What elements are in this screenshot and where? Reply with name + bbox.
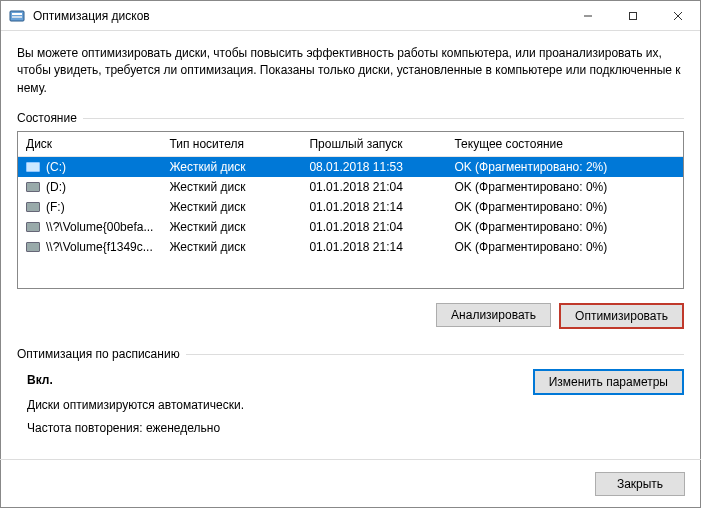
svg-rect-1	[12, 13, 22, 15]
table-row[interactable]: \\?\Volume{00befa...Жесткий диск01.01.20…	[18, 217, 683, 237]
footer: Закрыть	[0, 459, 701, 508]
disk-name: (C:)	[46, 160, 66, 174]
schedule-line2: Частота повторения: еженедельно	[27, 417, 244, 440]
minimize-button[interactable]	[565, 1, 610, 31]
svg-rect-4	[629, 12, 636, 19]
disk-name: (D:)	[46, 180, 66, 194]
close-dialog-button[interactable]: Закрыть	[595, 472, 685, 496]
change-settings-button[interactable]: Изменить параметры	[533, 369, 684, 395]
disk-name: \\?\Volume{00befa...	[46, 220, 153, 234]
disk-list[interactable]: Диск Тип носителя Прошлый запуск Текущее…	[17, 131, 684, 289]
disk-status: OK (Фрагментировано: 2%)	[446, 157, 683, 178]
col-header-status[interactable]: Текущее состояние	[446, 132, 683, 157]
col-header-lastrun[interactable]: Прошлый запуск	[301, 132, 446, 157]
optimize-button[interactable]: Оптимизировать	[559, 303, 684, 329]
svg-rect-2	[12, 16, 22, 18]
state-section-label: Состояние	[17, 111, 684, 125]
disk-lastrun: 01.01.2018 21:04	[301, 217, 446, 237]
disk-name: (F:)	[46, 200, 65, 214]
maximize-button[interactable]	[610, 1, 655, 31]
table-row[interactable]: (F:)Жесткий диск01.01.2018 21:14OK (Фраг…	[18, 197, 683, 217]
table-row[interactable]: (C:)Жесткий диск08.01.2018 11:53OK (Фраг…	[18, 157, 683, 178]
schedule-on: Вкл.	[27, 369, 244, 392]
disk-status: OK (Фрагментировано: 0%)	[446, 177, 683, 197]
window-title: Оптимизация дисков	[33, 9, 565, 23]
disk-media: Жесткий диск	[161, 237, 301, 257]
disk-status: OK (Фрагментировано: 0%)	[446, 237, 683, 257]
state-label-text: Состояние	[17, 111, 77, 125]
disk-media: Жесткий диск	[161, 217, 301, 237]
close-button[interactable]	[655, 1, 700, 31]
schedule-section-label: Оптимизация по расписанию	[17, 347, 684, 361]
divider	[186, 354, 684, 355]
drive-icon	[26, 182, 40, 192]
schedule-label-text: Оптимизация по расписанию	[17, 347, 180, 361]
app-icon	[9, 8, 25, 24]
table-row[interactable]: \\?\Volume{f1349c...Жесткий диск01.01.20…	[18, 237, 683, 257]
disk-name: \\?\Volume{f1349c...	[46, 240, 153, 254]
disk-lastrun: 01.01.2018 21:04	[301, 177, 446, 197]
drive-icon	[26, 202, 40, 212]
drive-icon	[26, 162, 40, 172]
disk-status: OK (Фрагментировано: 0%)	[446, 217, 683, 237]
disk-media: Жесткий диск	[161, 197, 301, 217]
col-header-disk[interactable]: Диск	[18, 132, 161, 157]
drive-icon	[26, 242, 40, 252]
schedule-line1: Диски оптимизируются автоматически.	[27, 394, 244, 417]
description-text: Вы можете оптимизировать диски, чтобы по…	[17, 45, 684, 97]
disk-media: Жесткий диск	[161, 177, 301, 197]
disk-media: Жесткий диск	[161, 157, 301, 178]
drive-icon	[26, 222, 40, 232]
disk-lastrun: 08.01.2018 11:53	[301, 157, 446, 178]
disk-status: OK (Фрагментировано: 0%)	[446, 197, 683, 217]
disk-lastrun: 01.01.2018 21:14	[301, 197, 446, 217]
analyze-button[interactable]: Анализировать	[436, 303, 551, 327]
table-row[interactable]: (D:)Жесткий диск01.01.2018 21:04OK (Фраг…	[18, 177, 683, 197]
divider	[83, 118, 684, 119]
col-header-media[interactable]: Тип носителя	[161, 132, 301, 157]
disk-lastrun: 01.01.2018 21:14	[301, 237, 446, 257]
titlebar: Оптимизация дисков	[1, 1, 700, 31]
